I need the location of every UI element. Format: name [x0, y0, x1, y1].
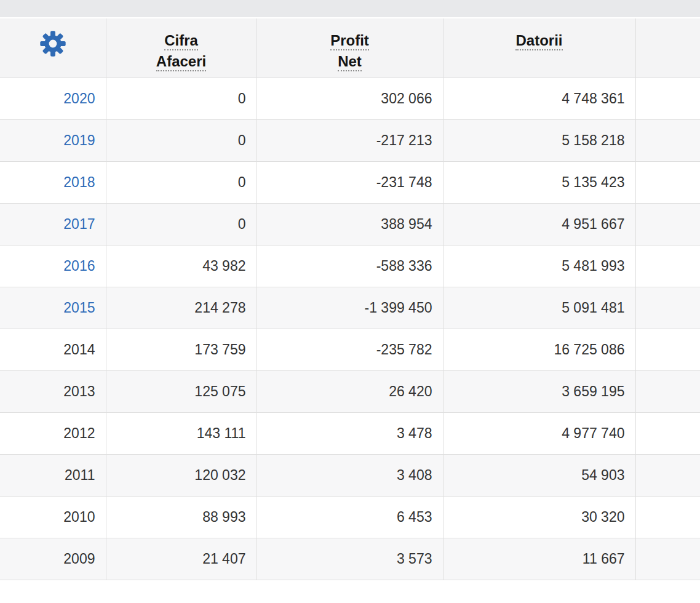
value-cell: 5 481 993 [443, 245, 635, 287]
page-top-strip [0, 0, 700, 18]
value-cell [635, 370, 700, 412]
value-cell: -231 748 [257, 161, 443, 203]
year-cell: 2018 [0, 161, 106, 203]
year-cell: 2012 [0, 412, 106, 454]
value-cell: 302 066 [257, 78, 443, 119]
value-cell: 5 135 423 [443, 161, 635, 203]
year-cell: 2019 [0, 119, 106, 161]
value-cell: 3 659 195 [443, 370, 635, 412]
value-cell: 4 748 361 [443, 78, 635, 119]
value-cell: -588 336 [257, 245, 443, 287]
value-cell: 214 278 [106, 287, 257, 329]
value-cell [635, 538, 700, 580]
year-link[interactable]: 2016 [63, 258, 95, 274]
settings-header-cell[interactable] [0, 18, 106, 78]
value-cell: 120 032 [106, 454, 257, 496]
table-row: 20200302 0664 748 361 [0, 78, 700, 119]
year-label: 2012 [63, 425, 95, 441]
year-link[interactable]: 2019 [63, 132, 95, 148]
year-link[interactable]: 2018 [63, 174, 95, 190]
table-row: 2014173 759-235 78216 725 086 [0, 329, 700, 370]
header-label-net[interactable]: Net [338, 53, 362, 71]
value-cell: 0 [106, 161, 257, 203]
table-row: 20180-231 7485 135 423 [0, 161, 700, 203]
header-label-datorii[interactable]: Datorii [515, 32, 562, 50]
year-cell: 2015 [0, 287, 106, 329]
value-cell: 5 158 218 [443, 119, 635, 161]
value-cell: 5 091 481 [443, 287, 635, 329]
value-cell: 26 420 [257, 370, 443, 412]
table-row: 201088 9936 45330 320 [0, 496, 700, 538]
value-cell: 0 [106, 203, 257, 245]
value-cell: 173 759 [106, 329, 257, 370]
year-label: 2011 [65, 467, 95, 483]
table-row: 201643 982-588 3365 481 993 [0, 245, 700, 287]
table-row: 2015214 278-1 399 4505 091 481 [0, 287, 700, 329]
value-cell [635, 329, 700, 370]
gear-icon[interactable] [39, 30, 66, 57]
value-cell: 0 [106, 78, 257, 119]
value-cell [635, 287, 700, 329]
column-header-datorii: Datorii [443, 18, 635, 78]
value-cell: -217 213 [257, 119, 443, 161]
value-cell: 11 667 [443, 538, 635, 580]
header-partial-blank-line [636, 30, 700, 51]
value-cell: -235 782 [257, 329, 443, 370]
value-cell: 125 075 [106, 370, 257, 412]
year-link[interactable]: 2020 [63, 90, 95, 106]
header-row: Cifra Afaceri Profit Net Datorii I [0, 18, 700, 78]
year-cell: 2011 [0, 454, 106, 496]
table-row: 20170388 9544 951 667 [0, 203, 700, 245]
value-cell: 21 407 [106, 538, 257, 580]
value-cell [635, 454, 700, 496]
value-cell: 4 977 740 [443, 412, 635, 454]
value-cell [635, 161, 700, 203]
value-cell: 3 408 [257, 454, 443, 496]
value-cell: 30 320 [443, 496, 635, 538]
year-label: 2013 [63, 383, 95, 399]
column-header-partial: I [635, 18, 700, 78]
value-cell [635, 496, 700, 538]
value-cell [635, 245, 700, 287]
table-row: 2013125 07526 4203 659 195 [0, 370, 700, 412]
year-cell: 2014 [0, 329, 106, 370]
table-row: 20190-217 2135 158 218 [0, 119, 700, 161]
value-cell: 54 903 [443, 454, 635, 496]
financial-table: Cifra Afaceri Profit Net Datorii I 20200… [0, 18, 700, 580]
value-cell: 3 478 [257, 412, 443, 454]
value-cell: -1 399 450 [257, 287, 443, 329]
value-cell [635, 78, 700, 119]
year-label: 2014 [63, 341, 95, 357]
year-label: 2010 [63, 509, 95, 525]
value-cell: 88 993 [106, 496, 257, 538]
year-link[interactable]: 2015 [63, 300, 95, 316]
table-row: 2012143 1113 4784 977 740 [0, 412, 700, 454]
value-cell: 43 982 [106, 245, 257, 287]
column-header-cifra-afaceri: Cifra Afaceri [106, 18, 257, 78]
header-label-cifra[interactable]: Cifra [164, 32, 198, 50]
value-cell: 0 [106, 119, 257, 161]
value-cell [635, 412, 700, 454]
header-label-profit[interactable]: Profit [330, 32, 369, 50]
table-body: 20200302 0664 748 36120190-217 2135 158 … [0, 78, 700, 580]
year-cell: 2009 [0, 538, 106, 580]
year-cell: 2016 [0, 245, 106, 287]
value-cell: 388 954 [257, 203, 443, 245]
year-label: 2009 [63, 551, 95, 567]
value-cell [635, 119, 700, 161]
value-cell: 143 111 [106, 412, 257, 454]
year-link[interactable]: 2017 [63, 216, 95, 232]
value-cell: 4 951 667 [443, 203, 635, 245]
year-cell: 2010 [0, 496, 106, 538]
year-cell: 2013 [0, 370, 106, 412]
value-cell: 6 453 [257, 496, 443, 538]
value-cell: 3 573 [257, 538, 443, 580]
year-cell: 2017 [0, 203, 106, 245]
value-cell [635, 203, 700, 245]
table-row: 200921 4073 57311 667 [0, 538, 700, 580]
header-label-afaceri[interactable]: Afaceri [156, 53, 206, 71]
year-cell: 2020 [0, 78, 106, 119]
column-header-profit-net: Profit Net [257, 18, 443, 78]
table-row: 2011120 0323 40854 903 [0, 454, 700, 496]
value-cell: 16 725 086 [443, 329, 635, 370]
